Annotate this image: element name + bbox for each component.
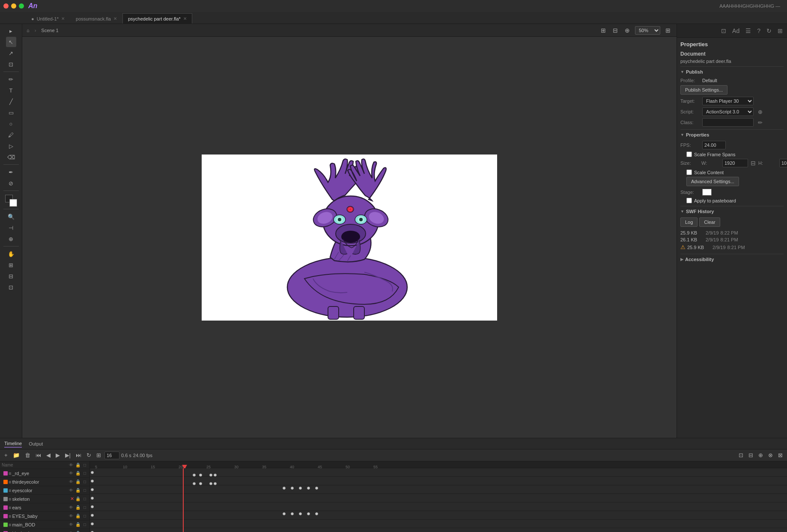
transform-tool[interactable]: ⊡ <box>6 59 16 69</box>
timeline-tab[interactable]: Timeline <box>4 440 22 448</box>
fps-input[interactable] <box>702 141 726 149</box>
traffic-lights[interactable] <box>3 3 24 9</box>
view-options[interactable]: ⊞ <box>664 26 672 35</box>
delete-layer-button[interactable]: 🗑 <box>23 451 32 459</box>
layer-row-thirdeyecolor[interactable]: ≡ thirdeyecolor 👁 🔒 □ <box>0 478 89 486</box>
stage-color-picker[interactable] <box>702 189 712 196</box>
layer-visibility-thirdeyecolor[interactable]: 👁 <box>68 479 74 485</box>
pencil-tool[interactable]: ✏ <box>6 74 16 84</box>
loop-toggle[interactable]: ↻ <box>85 451 93 459</box>
panel-icon-2[interactable]: Ad <box>730 27 741 35</box>
swf-clear-button[interactable]: Clear <box>699 217 720 227</box>
eyedropper-tool[interactable]: ✒ <box>6 167 16 177</box>
paint-tool[interactable]: ▷ <box>6 141 16 151</box>
layer-row-skeleton[interactable]: ≡ skeleton ✕ 🔒 □ <box>0 495 89 503</box>
bone-tool[interactable]: ⊣ <box>6 223 16 233</box>
height-input[interactable] <box>779 159 787 167</box>
frames-area[interactable]: 5 10 15 20 25 30 35 40 45 50 55 <box>90 461 787 532</box>
layer-row-rd_eye[interactable]: ≡ _rd_eye 👁 🔒 □ <box>0 469 89 478</box>
script-select[interactable]: ActionScript 3.0 <box>702 107 754 116</box>
layer-row-eyes_baby[interactable]: ≡ EYES_baby 👁 🔒 □ <box>0 512 89 520</box>
link-dimensions-icon[interactable]: ⊟ <box>750 160 757 166</box>
prev-frame-button[interactable]: ◀ <box>45 451 52 459</box>
layer-outline-main_bod[interactable]: □ <box>82 522 88 528</box>
new-layer-button[interactable]: + <box>3 451 9 459</box>
play-button[interactable]: ▶ <box>54 451 62 459</box>
grid-toggle[interactable]: ⊞ <box>599 26 608 35</box>
layer-outline-skeleton[interactable]: □ <box>82 496 88 502</box>
track-main_bod[interactable] <box>90 520 787 528</box>
arrow-tool[interactable]: ↖ <box>6 37 16 47</box>
layer-visibility-rd_eye[interactable]: 👁 <box>68 470 74 476</box>
subselect-tool[interactable]: ↗ <box>6 48 16 58</box>
tab-deer[interactable]: psychedelic part deer.fla* ✕ <box>122 13 192 24</box>
tab-untitled[interactable]: ● Untitled-1* ✕ <box>26 13 70 24</box>
tab-close-possum[interactable]: ✕ <box>113 16 117 21</box>
snapping-toggle[interactable]: ⊕ <box>623 26 632 35</box>
tab-close-deer[interactable]: ✕ <box>183 16 187 21</box>
fill-color-swatch[interactable] <box>9 199 17 207</box>
stage-area[interactable] <box>22 37 677 438</box>
layer-lock-skeleton[interactable]: 🔒 <box>75 496 81 502</box>
layer-visibility-block_clr[interactable]: 👁 <box>68 530 74 532</box>
layer-outline-eyescolor[interactable]: □ <box>82 487 88 493</box>
layer-visibility-eyes_baby[interactable]: 👁 <box>68 513 74 519</box>
close-button[interactable] <box>3 3 9 9</box>
frame-number-input[interactable] <box>104 452 119 459</box>
edit-multiple-frames[interactable]: ⊠ <box>776 451 784 459</box>
layer-row-block_clr[interactable]: ≡ block_clr 👁 🔒 □ <box>0 529 89 532</box>
apply-pasteboard-checkbox[interactable] <box>686 198 692 203</box>
accessibility-header[interactable]: ▶ Accessibility <box>680 257 784 262</box>
layer-lock-main_bod[interactable]: 🔒 <box>75 522 81 528</box>
brush-tool[interactable]: ⌫ <box>6 152 16 162</box>
layer-visibility-eyescolor[interactable]: 👁 <box>68 487 74 493</box>
advanced-settings-button[interactable]: Advanced Settings... <box>686 177 739 186</box>
swf-history-header[interactable]: ▼ SWF History <box>680 209 784 214</box>
layer-outline-block_clr[interactable]: □ <box>82 530 88 532</box>
hand-tool[interactable]: ✋ <box>6 249 16 259</box>
first-frame-button[interactable]: ⏮ <box>34 451 43 459</box>
panel-icon-5[interactable]: ↻ <box>765 27 773 35</box>
extra-tool-1[interactable]: ⊟ <box>6 271 16 281</box>
panel-icon-6[interactable]: ⊞ <box>776 27 784 35</box>
output-tab[interactable]: Output <box>29 440 43 447</box>
panel-icon-3[interactable]: ☰ <box>744 27 753 35</box>
layer-lock-eyescolor[interactable]: 🔒 <box>75 487 81 493</box>
layer-outline-thirdeyecolor[interactable]: □ <box>82 479 88 485</box>
color-swatches[interactable] <box>5 195 17 207</box>
layer-outline-rd_eye[interactable]: □ <box>82 470 88 476</box>
track-skeleton[interactable] <box>90 494 787 502</box>
publish-section-header[interactable]: ▼ Publish <box>680 69 784 74</box>
layer-outline-eyes_baby[interactable]: □ <box>82 513 88 519</box>
layer-lock-rd_eye[interactable]: 🔒 <box>75 470 81 476</box>
eraser-tool[interactable]: ⊘ <box>6 178 16 188</box>
layer-delete-skeleton[interactable]: ✕ <box>70 496 74 502</box>
target-select[interactable]: Flash Player 30 <box>702 97 754 105</box>
home-nav[interactable]: ⌂ <box>27 28 30 33</box>
width-input[interactable] <box>722 159 748 167</box>
onion-skin-button[interactable]: ⊕ <box>757 451 765 459</box>
publish-settings-button[interactable]: Publish Settings... <box>680 85 727 95</box>
track-eyescolor[interactable] <box>90 485 787 494</box>
last-frame-button[interactable]: ⏭ <box>74 451 83 459</box>
class-input[interactable] <box>702 118 754 127</box>
panel-icon-4[interactable]: ? <box>755 27 762 35</box>
next-frame-button[interactable]: ▶| <box>63 451 72 459</box>
snap-frames-button[interactable]: ⊡ <box>737 451 745 459</box>
minimize-button[interactable] <box>11 3 16 9</box>
track-ears[interactable] <box>90 502 787 511</box>
layer-row-ears[interactable]: ≡ ears 👁 🔒 □ <box>0 503 89 512</box>
script-settings-icon[interactable]: ⊕ <box>756 108 764 116</box>
swf-log-button[interactable]: Log <box>680 217 698 227</box>
ruler-toggle[interactable]: ⊟ <box>611 26 620 35</box>
extra-tool-2[interactable]: ⊡ <box>6 282 16 292</box>
track-eyes_baby[interactable] <box>90 511 787 520</box>
layer-visibility-main_bod[interactable]: 👁 <box>68 522 74 528</box>
scene-label[interactable]: Scene 1 <box>41 28 58 33</box>
layer-row-main_bod[interactable]: ≡ main_BOD 👁 🔒 □ <box>0 520 89 529</box>
layer-outline-ears[interactable]: □ <box>82 505 88 511</box>
oval-tool[interactable]: ○ <box>6 119 16 129</box>
camera-tool[interactable]: ⊞ <box>6 260 16 270</box>
rect-tool[interactable]: ▭ <box>6 107 16 118</box>
zoom-select[interactable]: 50% 25% 75% 100% <box>635 26 660 35</box>
